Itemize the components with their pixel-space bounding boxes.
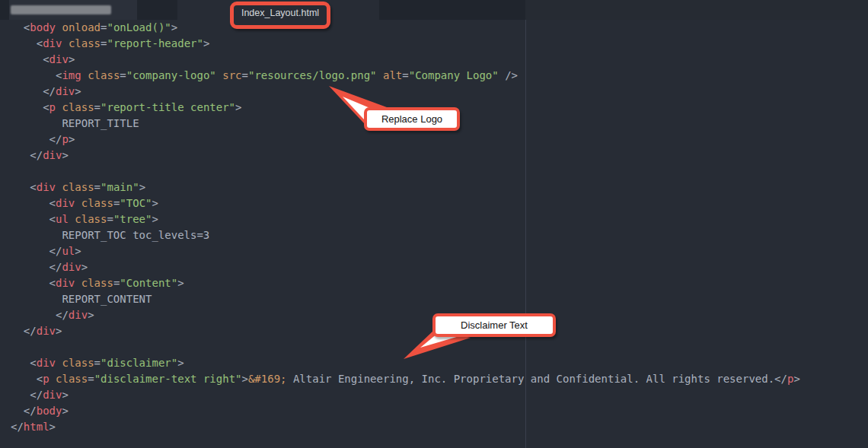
- code-line: <div>: [11, 52, 868, 68]
- code-line: <body onload="onLoad()">: [11, 20, 868, 36]
- code-line: </body>: [11, 403, 868, 419]
- code-line: </div>: [11, 148, 868, 164]
- code-line: <div class="main">: [11, 180, 868, 195]
- code-line: </html>: [11, 419, 868, 435]
- callout-disclaimer-text: Disclaimer Text: [432, 313, 556, 337]
- tab-redacted[interactable]: [9, 0, 137, 20]
- tab-bar-right-section: [525, 0, 868, 20]
- code-line: <p class="disclaimer-text right">&#169; …: [11, 371, 868, 387]
- code-line: </p>: [11, 132, 868, 148]
- tab-bar: [0, 0, 868, 20]
- active-tab-filename: Index_Layout.html: [234, 8, 327, 18]
- code-line: <div class="TOC">: [11, 195, 868, 211]
- tab-highlight-annotation: Index_Layout.html: [230, 2, 330, 29]
- code-line: [11, 339, 868, 355]
- code-line: <div class="Content">: [11, 275, 868, 291]
- code-line: </div>: [11, 259, 868, 275]
- code-line: </div>: [11, 387, 868, 403]
- code-line: <div class="report-header">: [11, 36, 868, 52]
- code-area[interactable]: <body onload="onLoad()"> <div class="rep…: [0, 20, 868, 435]
- code-line: </div>: [11, 84, 868, 100]
- code-editor-window: <body onload="onLoad()"> <div class="rep…: [0, 0, 868, 448]
- code-line: <img class="company-logo" src="resources…: [11, 68, 868, 84]
- callout-replace-logo: Replace Logo: [364, 107, 460, 131]
- code-line: <ul class="tree">: [11, 211, 868, 227]
- code-line: <div class="disclaimer">: [11, 355, 868, 371]
- callout-replace-logo-label: Replace Logo: [381, 113, 442, 125]
- code-line: </ul>: [11, 243, 868, 259]
- code-line: REPORT_CONTENT: [11, 291, 868, 307]
- redacted-tab-label: [11, 5, 111, 14]
- code-line: REPORT_TOC toc_levels=3: [11, 227, 868, 243]
- callout-disclaimer-text-label: Disclaimer Text: [461, 319, 528, 331]
- code-line: [11, 164, 868, 180]
